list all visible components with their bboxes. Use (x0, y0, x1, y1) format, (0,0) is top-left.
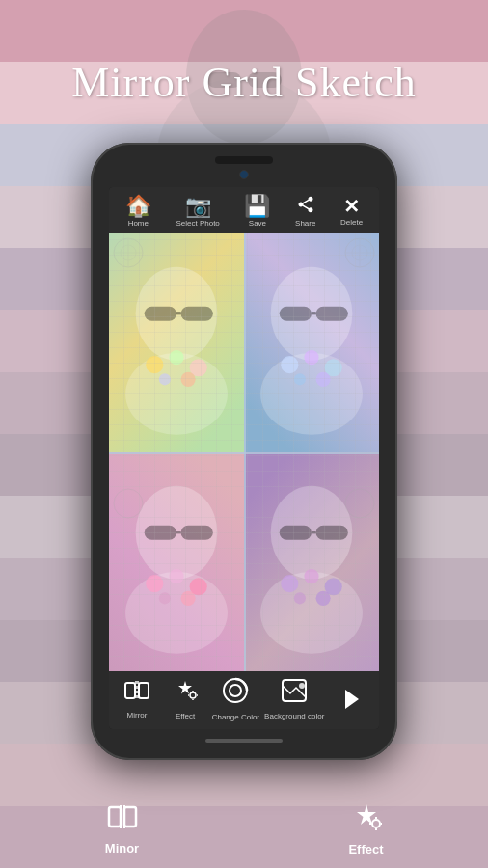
grid-cell-top-right (244, 233, 379, 452)
portrait-tr (244, 233, 379, 452)
effect-label-text: Effect (348, 842, 383, 856)
effect-icon-bottom (351, 802, 382, 838)
phone-top (91, 143, 397, 187)
svg-rect-73 (109, 807, 121, 827)
background-color-label: Background color (264, 712, 324, 720)
home-icon: 🏠 (125, 196, 151, 217)
svg-rect-59 (125, 683, 135, 698)
share-label: Share (295, 219, 315, 228)
svg-point-24 (159, 373, 171, 385)
svg-point-63 (190, 692, 196, 698)
svg-rect-28 (280, 307, 312, 321)
svg-point-47 (181, 591, 196, 606)
grid-cell-bottom-left (109, 452, 244, 671)
mirror-icon (123, 679, 150, 709)
svg-point-44 (169, 569, 183, 583)
camera-icon: 📷 (185, 196, 211, 217)
svg-rect-39 (145, 526, 176, 540)
effect-label: Effect (176, 712, 195, 720)
background-color-icon (281, 678, 308, 710)
svg-point-55 (304, 569, 318, 583)
toolbar-share[interactable]: Share (295, 195, 315, 228)
svg-point-54 (281, 575, 298, 592)
effect-icon (172, 678, 199, 710)
phone-speaker (215, 156, 273, 164)
mirror-label: Mirror (127, 711, 148, 719)
change-color-icon (222, 677, 249, 711)
toolbar-effect[interactable]: Effect (164, 678, 207, 720)
svg-point-36 (316, 372, 331, 387)
delete-icon: ✕ (343, 197, 360, 216)
grid-cell-top-left (109, 233, 244, 452)
svg-rect-40 (181, 526, 213, 540)
share-icon (296, 195, 315, 217)
select-photo-label: Select Photo (176, 219, 219, 228)
phone-bottom (91, 739, 397, 760)
svg-point-46 (159, 592, 171, 604)
toolbar-mirror[interactable]: Mirror (116, 679, 159, 719)
svg-point-58 (316, 591, 331, 606)
delete-label: Delete (340, 218, 363, 227)
next-arrow-icon (336, 684, 366, 715)
home-label: Home (128, 219, 149, 228)
svg-point-25 (181, 372, 196, 387)
change-color-label: Change Color (212, 713, 259, 721)
toolbar-home[interactable]: 🏠 Home (125, 196, 151, 228)
portrait-bl (109, 452, 244, 671)
save-label: Save (249, 219, 266, 228)
bottom-labels: Minor Effect (0, 791, 488, 868)
bottom-label-minor: Minor (74, 803, 171, 855)
minor-icon (107, 803, 138, 837)
svg-point-42 (125, 572, 228, 654)
svg-point-32 (281, 356, 298, 373)
save-icon: 💾 (244, 196, 270, 217)
phone-frame: 🏠 Home 📷 Select Photo 💾 Save Share (91, 143, 397, 760)
svg-point-69 (230, 685, 241, 696)
grid-cell-bottom-right (244, 452, 379, 671)
app-title: Mirror Grid Sketch (0, 58, 488, 107)
svg-rect-60 (139, 683, 149, 698)
svg-rect-51 (316, 526, 348, 540)
toolbar-next[interactable] (329, 684, 372, 715)
toolbar-change-color[interactable]: Change Color (212, 677, 259, 721)
svg-rect-18 (181, 307, 213, 321)
toolbar-background-color[interactable]: Background color (264, 678, 324, 720)
mirror-grid (109, 233, 379, 671)
svg-marker-72 (345, 690, 359, 709)
svg-point-21 (146, 356, 163, 373)
svg-rect-50 (280, 526, 312, 540)
svg-point-35 (294, 373, 306, 385)
minor-label-text: Minor (105, 841, 139, 855)
svg-point-71 (299, 683, 305, 689)
svg-point-77 (372, 820, 380, 827)
svg-rect-74 (124, 807, 136, 827)
svg-point-43 (146, 575, 163, 592)
svg-rect-29 (316, 307, 348, 321)
phone-camera (239, 170, 249, 179)
svg-point-22 (169, 350, 183, 365)
bottom-label-effect: Effect (318, 802, 415, 856)
svg-point-57 (294, 592, 306, 604)
svg-point-20 (125, 353, 228, 435)
toolbar-bottom: Mirror Effect (109, 671, 379, 729)
toolbar-delete[interactable]: ✕ Delete (340, 197, 363, 227)
portrait-tl (109, 233, 244, 452)
toolbar-top: 🏠 Home 📷 Select Photo 💾 Save Share (109, 187, 379, 233)
svg-point-31 (260, 353, 363, 435)
portrait-br (244, 452, 379, 671)
svg-rect-17 (145, 307, 176, 321)
toolbar-select-photo[interactable]: 📷 Select Photo (176, 196, 219, 228)
home-indicator (205, 739, 283, 743)
svg-point-33 (304, 350, 318, 365)
toolbar-save[interactable]: 💾 Save (244, 196, 270, 228)
photo-area (109, 233, 379, 671)
phone-screen: 🏠 Home 📷 Select Photo 💾 Save Share (109, 187, 379, 729)
svg-point-53 (260, 572, 363, 654)
